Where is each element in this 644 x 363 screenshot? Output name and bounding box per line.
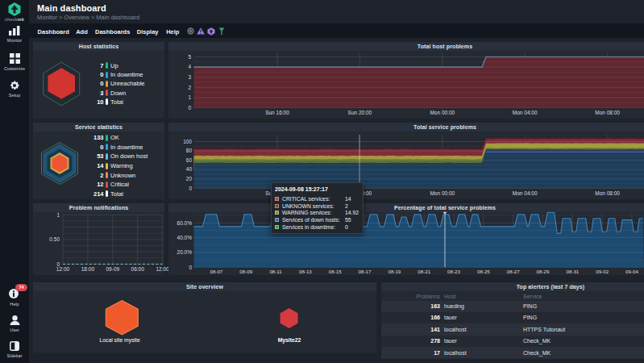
svg-text:08-25: 08-25 — [477, 269, 490, 274]
svg-text:5: 5 — [188, 54, 191, 60]
svg-text:12:00: 12:00 — [156, 266, 169, 272]
svg-text:2: 2 — [188, 85, 191, 90]
svg-text:0: 0 — [189, 186, 192, 191]
svg-text:100: 100 — [183, 139, 192, 144]
svg-text:Mysite22: Mysite22 — [278, 337, 301, 344]
svg-text:60: 60 — [186, 157, 193, 163]
svg-text:06:00: 06:00 — [131, 266, 145, 272]
svg-text:Mon 08:00: Mon 08:00 — [595, 110, 620, 115]
svg-text:09-04: 09-04 — [625, 269, 638, 274]
svg-text:08-13: 08-13 — [299, 269, 312, 274]
svg-text:Mon 00:00: Mon 00:00 — [430, 190, 455, 196]
svg-text:Local site mysite: Local site mysite — [99, 337, 139, 344]
svg-text:Mon 00:00: Mon 00:00 — [430, 110, 455, 115]
svg-text:08-29: 08-29 — [537, 269, 550, 274]
svg-text:0: 0 — [189, 265, 192, 270]
svg-text:Sun 16:00: Sun 16:00 — [265, 110, 289, 115]
svg-text:20: 20 — [186, 176, 193, 182]
svg-text:20.0%: 20.0% — [177, 249, 193, 255]
svg-text:08-11: 08-11 — [269, 269, 282, 274]
svg-text:08-19: 08-19 — [388, 269, 401, 274]
svg-text:1: 1 — [188, 94, 191, 100]
svg-text:08-09: 08-09 — [239, 269, 252, 274]
svg-text:60.0%: 60.0% — [177, 220, 193, 226]
svg-text:08-23: 08-23 — [447, 269, 460, 274]
svg-text:1: 1 — [56, 212, 60, 218]
svg-text:18:00: 18:00 — [81, 266, 95, 272]
svg-text:Mon 08:00: Mon 08:00 — [595, 190, 620, 196]
svg-text:0.50: 0.50 — [49, 236, 60, 242]
svg-text:Mon 04:00: Mon 04:00 — [513, 110, 538, 115]
svg-text:08-15: 08-15 — [329, 269, 342, 274]
svg-text:0: 0 — [188, 105, 191, 111]
svg-text:3: 3 — [188, 74, 191, 80]
svg-text:08-17: 08-17 — [359, 269, 372, 274]
svg-text:80: 80 — [186, 148, 193, 153]
svg-text:4: 4 — [188, 64, 191, 69]
svg-text:40: 40 — [186, 166, 193, 172]
svg-text:08-31: 08-31 — [566, 269, 579, 274]
svg-text:08-27: 08-27 — [507, 269, 520, 274]
svg-text:09-02: 09-02 — [596, 269, 609, 274]
svg-text:40.0%: 40.0% — [177, 235, 193, 240]
svg-text:Sun 20:00: Sun 20:00 — [348, 110, 372, 115]
svg-text:Mon 04:00: Mon 04:00 — [513, 190, 538, 196]
svg-text:08-21: 08-21 — [418, 269, 430, 274]
svg-text:08-07: 08-07 — [210, 269, 222, 274]
svg-text:12:00: 12:00 — [56, 266, 70, 272]
svg-text:09-09: 09-09 — [106, 266, 119, 272]
